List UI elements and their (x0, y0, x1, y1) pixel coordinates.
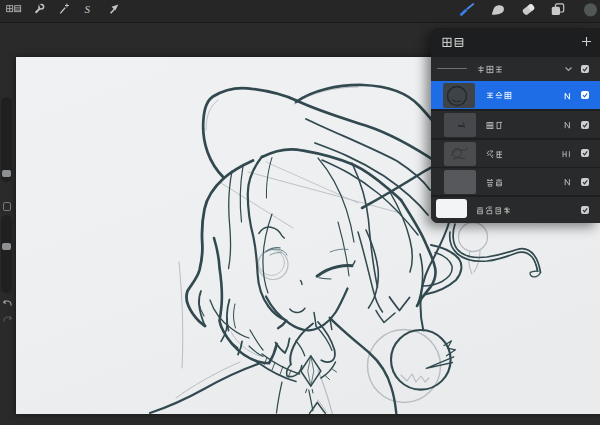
svg-text:S: S (85, 3, 91, 15)
